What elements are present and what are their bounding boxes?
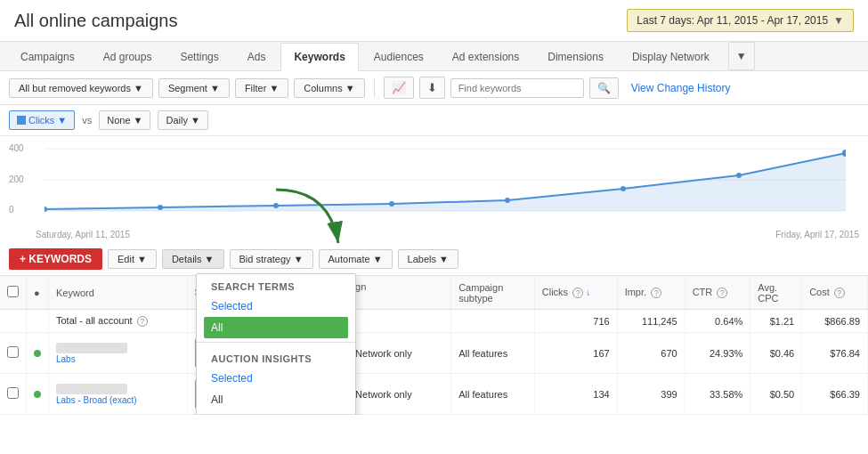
search-button[interactable]: 🔍: [589, 77, 619, 99]
chart-end-date: Friday, April 17, 2015: [775, 230, 859, 239]
svg-point-8: [621, 186, 626, 191]
impr-help-icon[interactable]: ?: [651, 288, 661, 298]
row2-checkbox[interactable]: [7, 387, 19, 399]
tab-dimensions[interactable]: Dimensions: [534, 43, 617, 70]
row1-keyword-cell: Labs: [49, 333, 188, 374]
row1-status-dot-cell: [27, 333, 49, 374]
automate-button[interactable]: Automate ▼: [319, 249, 393, 269]
svg-point-9: [736, 173, 742, 178]
row1-campaign-subtype-text: All features: [458, 348, 507, 359]
total-clicks-cell: 716: [534, 310, 617, 333]
download-icon-button[interactable]: ⬇: [419, 77, 445, 99]
cost-help-icon[interactable]: ?: [834, 288, 845, 298]
col-header-avg-cpc: Avg.CPC: [750, 276, 802, 310]
col-header-keyword: Keyword: [49, 276, 188, 310]
col-header-cost: Cost ?: [802, 276, 868, 310]
auction-insights-section-title: AUCTION INSIGHTS: [197, 346, 355, 368]
tab-ads[interactable]: Ads: [234, 43, 280, 70]
compare-selector-button[interactable]: None ▼: [99, 110, 150, 130]
row2-avg-cpc-cell: $0.50: [750, 374, 802, 415]
tab-settings[interactable]: Settings: [166, 43, 231, 70]
segment-label: Segment ▼: [168, 83, 220, 93]
details-button[interactable]: Details ▼: [162, 249, 224, 269]
labels-label: Labels ▼: [408, 254, 449, 264]
keywords-table: ● Keyword Status ? Max.CPC Campaigntype …: [0, 276, 868, 415]
search-terms-selected-item[interactable]: Selected: [197, 296, 355, 317]
labels-button[interactable]: Labels ▼: [398, 249, 458, 269]
dropdown-divider: [197, 342, 355, 343]
row1-match-type[interactable]: Labs: [56, 354, 76, 364]
auction-insights-all-item[interactable]: All: [197, 389, 355, 410]
date-range-arrow-icon: ▼: [833, 14, 844, 27]
row1-impr-cell: 670: [617, 333, 685, 374]
total-impr-cell: 111,245: [617, 310, 685, 333]
details-dropdown-menu: SEARCH TERMS Selected All AUCTION INSIGH…: [196, 273, 356, 415]
table-container: ● Keyword Status ? Max.CPC Campaigntype …: [0, 276, 868, 415]
add-keywords-label: + KEYWORDS: [20, 253, 92, 265]
date-range-button[interactable]: Last 7 days: Apr 11, 2015 - Apr 17, 2015…: [627, 9, 854, 32]
edit-button[interactable]: Edit ▼: [108, 249, 157, 269]
segment-button[interactable]: Segment ▼: [158, 78, 230, 98]
edit-label: Edit ▼: [118, 254, 147, 264]
table-row: Labs - Broad (exact) □ Eligible $3.04 Se…: [0, 374, 868, 415]
filter-label: Filter ▼: [245, 83, 279, 93]
row2-keyword-cell: Labs - Broad (exact): [49, 374, 188, 415]
total-dot-cell: [27, 310, 49, 333]
nav-more-button[interactable]: ▼: [728, 42, 755, 70]
tab-keywords[interactable]: Keywords: [280, 43, 358, 71]
search-terms-all-item[interactable]: All: [204, 317, 348, 338]
metric-dropdown-icon: ▼: [57, 115, 67, 126]
total-cost-cell: $866.89: [802, 310, 868, 333]
status-dot-green-icon: [34, 350, 41, 357]
row1-checkbox[interactable]: [7, 346, 19, 358]
row2-checkbox-cell: [0, 374, 27, 415]
svg-point-5: [273, 203, 279, 208]
row2-impr-cell: 399: [617, 374, 685, 415]
action-bar: + KEYWORDS Edit ▼ Details ▼ Bid strategy…: [0, 243, 868, 276]
col-header-impr: Impr. ?: [617, 276, 685, 310]
row1-ctr-cell: 24.93%: [685, 333, 750, 374]
period-selector-button[interactable]: Daily ▼: [158, 110, 207, 130]
dropdown-divider-2: [197, 414, 355, 415]
bid-strategy-button[interactable]: Bid strategy ▼: [230, 249, 313, 269]
row2-keyword-text: [56, 384, 127, 394]
metric-selector-button[interactable]: Clicks ▼: [9, 110, 75, 130]
row1-avg-cpc-cell: $0.46: [750, 333, 802, 374]
row2-ctr-cell: 33.58%: [685, 374, 750, 415]
find-keywords-input[interactable]: [450, 78, 584, 98]
toolbar: All but removed keywords ▼ Segment ▼ Fil…: [0, 71, 868, 105]
row2-match-type[interactable]: Labs - Broad (exact): [56, 395, 137, 405]
chart-y-400: 400: [9, 143, 24, 153]
tab-campaigns[interactable]: Campaigns: [7, 43, 88, 70]
columns-button[interactable]: Columns ▼: [294, 78, 364, 98]
tab-display-network[interactable]: Display Network: [619, 43, 723, 70]
total-help-icon[interactable]: ?: [137, 316, 148, 327]
view-change-history-link[interactable]: View Change History: [631, 82, 731, 94]
filter-keywords-button[interactable]: All but removed keywords ▼: [9, 78, 153, 98]
col-header-checkbox: [0, 276, 27, 310]
auction-insights-selected-item[interactable]: Selected: [197, 368, 355, 389]
col-header-clicks[interactable]: Clicks ? ↓: [534, 276, 617, 310]
tab-ad-extensions[interactable]: Ad extensions: [439, 43, 532, 70]
chart-area: 400 200 0 Saturday, April 11, 2015 Frida…: [0, 136, 868, 243]
total-row: Total - all account ? 716 111,245 0.64% …: [0, 310, 868, 333]
chart-controls: Clicks ▼ vs None ▼ Daily ▼: [0, 105, 868, 136]
row1-checkbox-cell: [0, 333, 27, 374]
clicks-help-icon[interactable]: ?: [572, 288, 583, 298]
filter-button[interactable]: Filter ▼: [235, 78, 288, 98]
ctr-help-icon[interactable]: ?: [717, 288, 727, 298]
tab-audiences[interactable]: Audiences: [361, 43, 437, 70]
filter-keywords-label: All but removed keywords ▼: [19, 83, 143, 93]
chart-y-200: 200: [9, 174, 24, 184]
chart-y-0: 0: [9, 205, 24, 215]
col-header-campaign-subtype: Campaignsubtype: [451, 276, 535, 310]
separator: [374, 79, 375, 97]
automate-label: Automate ▼: [329, 254, 383, 264]
col-header-ctr: CTR ?: [685, 276, 750, 310]
add-keywords-button[interactable]: + KEYWORDS: [9, 248, 102, 270]
metric-label: Clicks: [28, 115, 54, 126]
tab-ad-groups[interactable]: Ad groups: [90, 43, 166, 70]
row2-clicks-cell: 134: [534, 374, 617, 415]
chart-icon-button[interactable]: 📈: [384, 77, 414, 99]
select-all-checkbox[interactable]: [7, 286, 19, 297]
